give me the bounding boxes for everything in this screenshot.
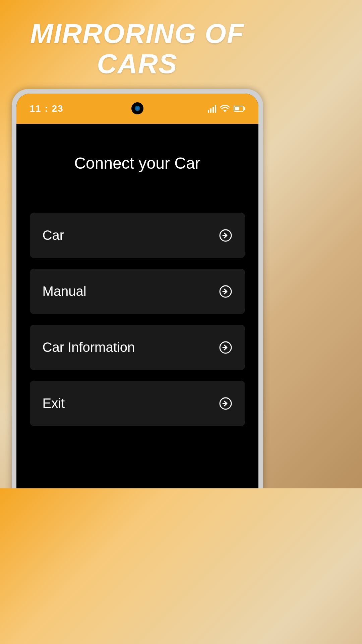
svg-rect-2 bbox=[235, 107, 239, 110]
promo-line-2: CARS bbox=[0, 49, 275, 79]
arrow-right-circle-icon bbox=[219, 397, 232, 410]
menu-item-car[interactable]: Car bbox=[30, 213, 245, 258]
menu-item-exit[interactable]: Exit bbox=[30, 381, 245, 426]
camera-lens bbox=[135, 106, 140, 111]
menu-label: Exit bbox=[43, 396, 65, 411]
wifi-icon bbox=[220, 105, 230, 112]
menu-item-car-information[interactable]: Car Information bbox=[30, 325, 245, 370]
menu-label: Car Information bbox=[43, 340, 135, 355]
menu-label: Manual bbox=[43, 284, 86, 299]
arrow-right-circle-icon bbox=[219, 229, 232, 242]
camera-notch bbox=[131, 102, 143, 114]
status-icons bbox=[208, 105, 245, 113]
svg-rect-1 bbox=[244, 107, 245, 110]
menu-item-manual[interactable]: Manual bbox=[30, 269, 245, 314]
status-bar: 11 : 23 bbox=[16, 94, 258, 124]
menu-list: Car Manual Car Infor bbox=[30, 213, 245, 426]
arrow-right-circle-icon bbox=[219, 285, 232, 298]
screen-title: Connect your Car bbox=[30, 154, 245, 172]
promo-headline: MIRRORING OF CARS bbox=[0, 0, 275, 79]
signal-icon bbox=[208, 105, 216, 113]
phone-screen: 11 : 23 bbox=[16, 94, 258, 488]
phone-mockup-frame: 11 : 23 bbox=[12, 89, 263, 488]
app-content: Connect your Car Car Manual bbox=[16, 124, 258, 488]
promo-line-1: MIRRORING OF bbox=[0, 18, 275, 49]
status-time: 11 : 23 bbox=[30, 103, 64, 114]
menu-label: Car bbox=[43, 228, 64, 243]
battery-icon bbox=[234, 106, 245, 112]
arrow-right-circle-icon bbox=[219, 341, 232, 354]
